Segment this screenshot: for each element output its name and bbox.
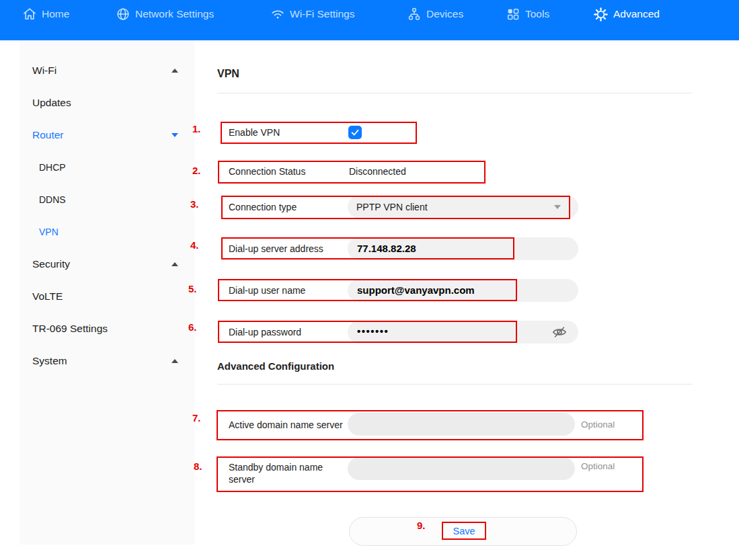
connection-status-label: Connection Status bbox=[229, 166, 305, 177]
sidebar-label: DDNS bbox=[39, 194, 66, 205]
connection-type-label: Connection type bbox=[229, 202, 297, 212]
active-dns-optional-hint: Optional bbox=[581, 419, 615, 430]
sidebar-item-system[interactable]: System bbox=[20, 345, 194, 377]
sidebar-item-tr069[interactable]: TR-069 Settings bbox=[20, 313, 194, 345]
connection-type-value: PPTP VPN client bbox=[356, 202, 428, 212]
sidebar-item-router[interactable]: Router bbox=[20, 119, 194, 151]
sidebar-label: VPN bbox=[39, 227, 59, 237]
sidebar-item-vpn[interactable]: VPN bbox=[20, 216, 194, 248]
sidebar-item-security[interactable]: Security bbox=[20, 248, 194, 280]
standby-dns-optional-hint: Optional bbox=[581, 461, 615, 471]
sidebar-label: Security bbox=[32, 258, 70, 270]
server-address-label: Dial-up server address bbox=[229, 243, 323, 254]
sidebar-item-wifi[interactable]: Wi-Fi bbox=[20, 54, 194, 87]
advanced-configuration-title: Advanced Configuration bbox=[217, 360, 334, 372]
chevron-up-icon bbox=[171, 69, 178, 73]
annotation-number-2: 2. bbox=[192, 165, 201, 176]
user-name-label: Dial-up user name bbox=[229, 285, 305, 296]
connection-type-select[interactable]: PPTP VPN client bbox=[348, 196, 578, 218]
chevron-up-icon bbox=[171, 262, 178, 266]
user-name-value: support@vanyavpn.com bbox=[357, 284, 475, 296]
sidebar-item-ddns[interactable]: DDNS bbox=[20, 184, 194, 216]
server-address-value: 77.148.82.28 bbox=[357, 243, 416, 254]
settings-sidebar: Wi-Fi Updates Router DHCP DDNS VPN Secur… bbox=[20, 40, 194, 545]
sidebar-label: System bbox=[32, 355, 67, 367]
top-navigation-bar: Home Network Settings Wi-Fi Settings bbox=[0, 0, 739, 40]
sidebar-label: VoLTE bbox=[32, 290, 63, 303]
connection-status-value: Disconnected bbox=[349, 166, 406, 177]
save-button-label[interactable]: Save bbox=[442, 522, 485, 540]
password-visibility-toggle[interactable] bbox=[551, 324, 568, 340]
page-title: VPN bbox=[217, 68, 239, 80]
sidebar-label: Wi-Fi bbox=[32, 65, 56, 77]
chevron-up-icon bbox=[171, 359, 178, 363]
annotation-number-5: 5. bbox=[188, 283, 197, 294]
enable-vpn-checkbox[interactable] bbox=[348, 126, 362, 139]
tools-grid-icon bbox=[506, 7, 520, 22]
sidebar-label: Router bbox=[32, 129, 64, 141]
nav-label: Network Settings bbox=[135, 8, 214, 20]
home-icon bbox=[22, 7, 37, 22]
annotation-number-4: 4. bbox=[190, 239, 199, 251]
annotation-number-6: 6. bbox=[188, 321, 197, 333]
sidebar-item-dhcp[interactable]: DHCP bbox=[20, 151, 194, 184]
annotation-number-1: 1. bbox=[192, 123, 201, 134]
gear-icon bbox=[593, 7, 609, 22]
standby-dns-label: Standby domain name server bbox=[229, 461, 338, 485]
sidebar-label: Updates bbox=[32, 97, 71, 109]
nav-label: Wi-Fi Settings bbox=[290, 8, 354, 20]
check-icon bbox=[350, 128, 360, 137]
sidebar-label: DHCP bbox=[39, 162, 66, 173]
server-address-input[interactable]: 77.148.82.28 bbox=[348, 237, 578, 260]
chevron-down-icon bbox=[171, 133, 178, 137]
router-admin-page: Home Network Settings Wi-Fi Settings bbox=[0, 0, 739, 560]
nav-label: Devices bbox=[426, 8, 463, 20]
nav-item-wifi-settings[interactable]: Wi-Fi Settings bbox=[270, 0, 354, 28]
section-divider bbox=[217, 93, 692, 93]
globe-icon bbox=[116, 7, 130, 22]
annotation-number-7: 7. bbox=[192, 412, 201, 424]
nav-label: Advanced bbox=[613, 8, 660, 20]
eye-off-icon bbox=[551, 324, 568, 340]
annotation-number-9: 9. bbox=[417, 520, 426, 531]
password-input[interactable]: ••••••• bbox=[348, 321, 578, 344]
password-masked-value: ••••••• bbox=[357, 325, 389, 337]
nav-label: Tools bbox=[525, 8, 549, 20]
enable-vpn-label: Enable VPN bbox=[229, 127, 280, 138]
nav-item-advanced[interactable]: Advanced bbox=[593, 0, 660, 28]
annotation-number-3: 3. bbox=[190, 198, 199, 210]
password-label: Dial-up password bbox=[229, 327, 301, 337]
nav-label: Home bbox=[42, 8, 69, 20]
nav-item-tools[interactable]: Tools bbox=[506, 0, 549, 28]
nav-item-network-settings[interactable]: Network Settings bbox=[116, 0, 214, 28]
devices-topology-icon bbox=[407, 7, 422, 22]
active-dns-label: Active domain name server bbox=[229, 419, 343, 430]
annotation-number-8: 8. bbox=[194, 461, 202, 472]
wifi-icon bbox=[270, 7, 285, 22]
dropdown-caret-icon bbox=[554, 205, 561, 209]
nav-item-home[interactable]: Home bbox=[22, 0, 69, 28]
user-name-input[interactable]: support@vanyavpn.com bbox=[348, 279, 578, 302]
section-divider bbox=[217, 384, 692, 385]
sidebar-item-volte[interactable]: VoLTE bbox=[20, 280, 194, 313]
sidebar-item-updates[interactable]: Updates bbox=[20, 87, 194, 119]
nav-item-devices[interactable]: Devices bbox=[407, 0, 463, 28]
sidebar-label: TR-069 Settings bbox=[32, 323, 108, 335]
active-dns-input[interactable] bbox=[348, 413, 575, 436]
standby-dns-input[interactable] bbox=[348, 457, 575, 480]
